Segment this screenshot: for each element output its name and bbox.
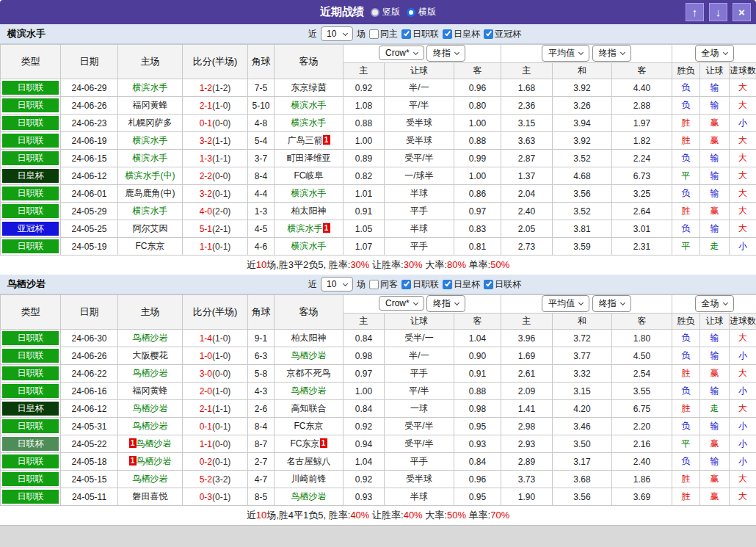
half-time-score: (0-0)	[212, 369, 230, 379]
home-team-cell: 横滨水手	[118, 132, 183, 150]
corner-count: 4-7	[248, 471, 275, 488]
average-odds-2: 2.40	[612, 453, 672, 471]
average-odds-2: 3.01	[612, 220, 672, 238]
final-index-dropdown[interactable]: 终指	[426, 295, 465, 312]
sub-header-1: 让球	[385, 313, 454, 329]
away-team-name: 横滨水手	[291, 100, 327, 110]
result-text: 赢	[710, 491, 719, 501]
handicap-odds-0: 0.98	[344, 347, 385, 365]
result-cell-2: 大	[730, 185, 756, 203]
home-team-cell: 阿尔艾因	[118, 220, 183, 238]
match-count-select[interactable]: 10	[321, 277, 353, 291]
match-date: 24-06-19	[61, 132, 118, 150]
result-cell-2: 小	[730, 418, 756, 435]
league-type-cell: 日职联	[1, 150, 61, 167]
result-text: 负	[682, 333, 691, 343]
same-venue-checkbox[interactable]: 同客	[369, 278, 398, 291]
handicap-odds-1: 平/半	[385, 383, 454, 400]
average-value-dropdown[interactable]: 平均值	[542, 295, 589, 312]
league-filter-1[interactable]: 日皇杯	[443, 278, 480, 291]
league-filter-0[interactable]: 日职联	[401, 28, 439, 40]
radio-selected-icon	[407, 8, 415, 17]
col-header-3: 比分(半场)	[183, 45, 248, 79]
league-filter-0[interactable]: 日职联	[401, 278, 439, 291]
scroll-up-button[interactable]: ↑	[686, 3, 704, 21]
away-team-cell: 柏太阳神	[275, 330, 344, 347]
league-type-cell: 日职联	[1, 203, 61, 220]
result-cell-2: 小	[730, 347, 756, 365]
average-value-dropdown[interactable]: 平均值	[542, 45, 589, 62]
match-filter-controls: 近 10 场 同主 日职联日皇杯亚冠杯	[308, 26, 521, 41]
record-summary: 近10场,胜4平1负5, 胜率:40% 让胜率:40% 大率:50% 单率:70…	[0, 506, 756, 525]
matches-table: 类型日期主场比分(半场)角球客场Crow* 终指平均值 终指全场 主让球客主和客…	[0, 294, 756, 506]
match-row: 日职联24-05-11磐田喜悦0-3(0-1)8-5鸟栖沙岩0.93半球0.95…	[1, 488, 756, 506]
full-time-score: 1-4	[200, 333, 212, 344]
col-header-1: 日期	[61, 45, 118, 79]
half-time-score: (0-0)	[212, 171, 230, 181]
handicap-odds-2: 1.00	[454, 115, 501, 132]
sub-header-2: 客	[454, 313, 501, 329]
checked-checkbox-icon	[484, 280, 493, 289]
league-type-cell: 日职联	[1, 365, 61, 383]
league-filter-1[interactable]: 日皇杯	[443, 28, 480, 40]
away-team-cell: 横滨水手	[275, 115, 344, 132]
league-type-badge: 日联杯	[2, 437, 59, 451]
chevron-down-icon	[454, 50, 459, 55]
score-cell: 2-0(1-0)	[183, 383, 248, 400]
match-count-select[interactable]: 10	[321, 26, 353, 41]
result-cell-2: 小	[730, 435, 756, 453]
result-cell-1: 走	[700, 238, 730, 256]
league-filter-2[interactable]: 日联杯	[484, 278, 521, 291]
handicap-odds-2: 0.98	[454, 400, 501, 418]
result-cell-1: 输	[700, 220, 730, 238]
result-cell-2: 大	[730, 79, 756, 97]
average-odds-2: 2.16	[612, 435, 672, 453]
away-team-cell: FC岐阜	[275, 167, 344, 185]
average-odds-0: 1.90	[501, 488, 553, 506]
handicap-odds-1: 一球	[385, 400, 454, 418]
final-index-dropdown-2[interactable]: 终指	[592, 295, 631, 312]
average-odds-0: 2.87	[501, 150, 553, 167]
away-team-name: 京都不死鸟	[287, 368, 331, 378]
average-odds-2: 6.73	[612, 167, 672, 185]
team-section: 鸟栖沙岩 近 10 场 同客 日职联日皇杯日联杯 类型日期主场比分(半场)角球客…	[0, 275, 756, 525]
half-time-score: (0-0)	[212, 118, 230, 128]
match-date: 24-06-26	[61, 347, 118, 365]
handicap-odds-1: 半球	[385, 488, 454, 506]
match-row: 日职联24-06-29横滨水手1-2(1-2)7-5东京绿茵0.92半/一0.9…	[1, 79, 756, 97]
layout-option-vertical[interactable]: 竖版	[371, 6, 400, 18]
score-cell: 1-1(0-0)	[183, 435, 248, 453]
summary-segment: 30%	[404, 259, 423, 270]
average-odds-2: 2.20	[612, 418, 672, 435]
full-time-score: 1-3	[200, 153, 212, 164]
layout-option-horizontal[interactable]: 横版	[407, 6, 436, 18]
league-type-badge: 日职联	[2, 151, 59, 165]
handicap-odds-0: 0.94	[344, 435, 385, 453]
away-team-cell: 鸟栖沙岩	[275, 488, 344, 506]
final-index-dropdown-2[interactable]: 终指	[592, 45, 631, 62]
full-match-dropdown[interactable]: 全场	[695, 45, 734, 62]
full-time-score: 0-3	[200, 492, 212, 502]
summary-segment: 30%	[350, 259, 369, 270]
corner-count: 2-7	[248, 453, 275, 471]
league-filter-2[interactable]: 亚冠杯	[484, 28, 521, 40]
average-odds-2: 6.75	[612, 400, 672, 418]
same-venue-checkbox[interactable]: 同主	[369, 28, 398, 40]
full-match-dropdown[interactable]: 全场	[695, 295, 734, 312]
checked-checkbox-icon	[484, 29, 493, 39]
odds-company-dropdown[interactable]: Crow*	[379, 46, 424, 60]
average-odds-1: 3.52	[553, 203, 612, 220]
summary-segment: 让胜率:	[369, 510, 403, 521]
close-button[interactable]: ×	[733, 3, 751, 21]
average-odds-0: 3.15	[501, 115, 553, 132]
odds-company-dropdown[interactable]: Crow*	[379, 296, 424, 311]
half-time-score: (1-2)	[212, 83, 230, 93]
league-type-badge: 日职联	[2, 204, 59, 218]
result-text: 赢	[710, 135, 719, 145]
handicap-odds-1: 平手	[385, 203, 454, 220]
final-index-dropdown[interactable]: 终指	[426, 45, 465, 62]
scroll-down-button[interactable]: ↓	[709, 3, 727, 21]
sub-header-6: 胜负	[672, 62, 700, 79]
result-cell-2: 大	[730, 488, 756, 506]
odds-company-dropdown-value: Crow*	[385, 48, 410, 58]
